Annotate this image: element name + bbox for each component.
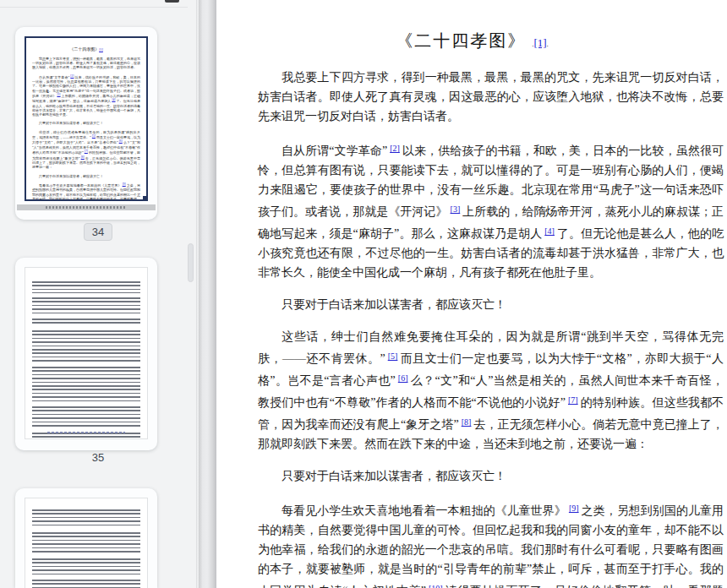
footnote-ref-8[interactable]: [8] xyxy=(462,417,472,427)
sim-text-block xyxy=(32,330,140,362)
document-page: 《二十四孝图》 .[1]. 我总要上下四方寻求，得到一种最黑，最黑，最黑的咒文，… xyxy=(216,0,727,588)
paragraph: 只要对于白话来加以谋害者，都应该灭亡！ xyxy=(32,121,140,125)
sidebar-scrollbar-thumb[interactable] xyxy=(188,243,194,282)
paragraph: 自从所谓“文学革命”[2]以来，供给孩子的书籍，和欧，美，日本的一比较，虽然很可… xyxy=(258,139,724,282)
paragraph: 这些话，绅士们自然难免要掩住耳朵的，因为就是所谓“跳到半天空，骂得体无完肤，——… xyxy=(258,327,724,454)
sidebar-top-divider xyxy=(0,7,188,8)
footnote-ref-7[interactable]: [7] xyxy=(568,395,578,405)
paragraph: 只要对于白话来加以谋害者，都应该灭亡！ xyxy=(32,174,140,178)
footnote-ref-9: [9] xyxy=(123,182,126,186)
document-title: 《二十四孝图》 .[1]. xyxy=(258,29,686,56)
sim-text-block xyxy=(32,509,140,528)
paragraph: 这些话，绅士们自然难免要掩住耳朵的，因为就是所谓“跳到半天空，骂得体无完肤，——… xyxy=(32,130,140,170)
footnote-ref-7: [7] xyxy=(85,150,88,153)
page-number-34: 34 xyxy=(0,223,196,241)
thumbnail-page-image xyxy=(25,267,148,439)
sim-text-block xyxy=(32,297,140,314)
footnote-ref-2: [2] xyxy=(70,74,74,78)
thumbnail-footer-bar xyxy=(17,204,156,210)
footnote-ref-3: [3] xyxy=(57,93,60,96)
sim-text-block xyxy=(32,433,140,439)
paragraph: 每看见小学生欢天喜地地看着一本粗拙的《儿童世界》[9]之类，另想到别国的儿童用书… xyxy=(258,498,724,588)
footnote-ref-5[interactable]: [5] xyxy=(388,351,398,361)
ebook-reader-window: { "colors": { "sidebar_bg": "#f2f3f4", "… xyxy=(0,0,727,588)
sim-text-block xyxy=(32,580,140,588)
paragraph: 自从所谓“文学革命”[2]以来，供给孩子的书籍，和欧，美，日本的一比较，虽然很可… xyxy=(32,74,140,117)
document-view: 《二十四孝图》 .[1]. 我总要上下四方寻求，得到一种最黑，最黑，最黑的咒文，… xyxy=(216,0,727,588)
footnote-ref-10[interactable]: [10] xyxy=(429,584,443,588)
mini-title: 《二十四孝图》[1] xyxy=(32,46,140,52)
footnote-ref-6: [6] xyxy=(119,139,123,143)
sidebar-splitter-scrollbar[interactable] xyxy=(196,0,216,588)
page-number-35: 35 xyxy=(0,451,196,464)
thumbnail-sidebar: 《二十四孝图》[1] 我总要上下四方寻求，得到一种最黑，最黑，最黑的咒文，先来诅… xyxy=(0,0,196,588)
toolbar-cutoff-fragment xyxy=(165,0,179,3)
thumbnail-page-34[interactable]: 《二十四孝图》[1] 我总要上下四方寻求，得到一种最黑，最黑，最黑的咒文，先来诅… xyxy=(15,27,157,220)
thumbnail-page-next[interactable] xyxy=(15,488,157,588)
footnote-ref-6[interactable]: [6] xyxy=(398,373,408,383)
paragraph: 我总要上下四方寻求，得到一种最黑，最黑，最黑的咒文，先来诅咒一切反对白话，妨害白… xyxy=(258,68,724,126)
sim-text-block xyxy=(32,318,140,326)
sim-text-block xyxy=(32,367,140,402)
paragraph: 我总要上下四方寻求，得到一种最黑，最黑，最黑的咒文，先来诅咒一切反对白话，妨害白… xyxy=(32,57,140,70)
sim-text-block xyxy=(32,532,140,554)
selected-page-badge: 34 xyxy=(84,223,112,241)
title-ref-dot: . xyxy=(547,40,549,48)
mini-footer-line xyxy=(47,432,125,433)
footnote-ref-9[interactable]: [9] xyxy=(569,504,579,513)
thumbnail-page-image: 《二十四孝图》[1] 我总要上下四方寻求，得到一种最黑，最黑，最黑的咒文，先来诅… xyxy=(25,36,148,201)
sim-text-block xyxy=(32,558,140,575)
thumbnail-page-35[interactable] xyxy=(15,258,157,450)
footnote-ref-8: [8] xyxy=(81,155,85,159)
thumbnail-page-image xyxy=(25,498,148,588)
footnote-ref-3[interactable]: [3] xyxy=(451,204,461,214)
sim-text-block xyxy=(32,281,140,293)
sim-text-block xyxy=(32,406,140,428)
paragraph: 每看见小学生欢天喜地地看着一本粗拙的《儿童世界》[9]之类，另想到别国的儿童用书… xyxy=(32,182,140,201)
document-body: 我总要上下四方寻求，得到一种最黑，最黑，最黑的咒文，先来诅咒一切反对白话，妨害白… xyxy=(258,68,724,588)
footnote-ref-2[interactable]: [2] xyxy=(390,144,400,153)
paragraph: 只要对于白话来加以谋害者，都应该灭亡！ xyxy=(258,466,724,486)
footnote-ref-5: [5] xyxy=(92,134,96,138)
footnote-ref-4[interactable]: [4] xyxy=(544,226,555,236)
mini-body-text: 我总要上下四方寻求，得到一种最黑，最黑，最黑的咒文，先来诅咒一切反对白话，妨害白… xyxy=(32,57,140,201)
paragraph: 只要对于白话来加以谋害者，都应该灭亡！ xyxy=(258,295,724,314)
footnote-ref-1[interactable]: [1] xyxy=(533,36,546,49)
footnote-ref-4: [4] xyxy=(112,98,115,101)
